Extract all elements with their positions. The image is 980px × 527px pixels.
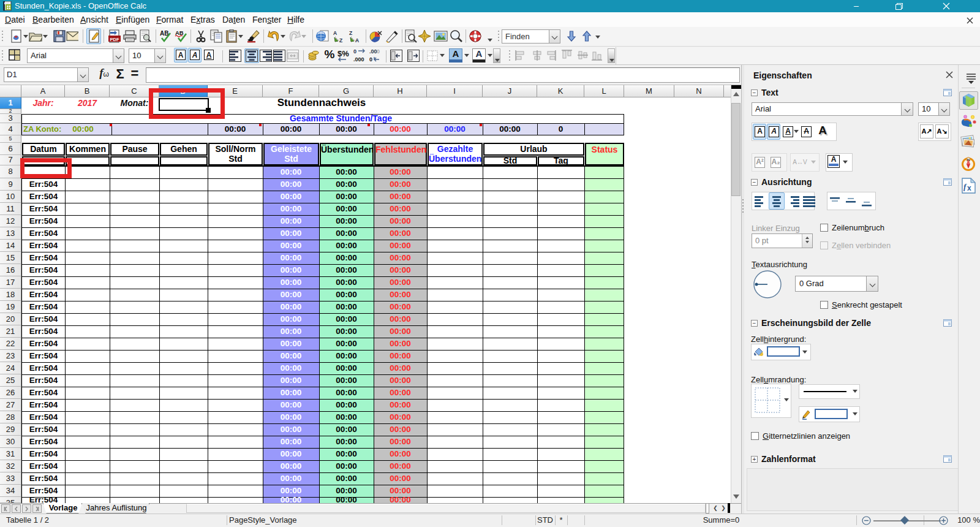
svg-text:x: x — [967, 184, 971, 192]
